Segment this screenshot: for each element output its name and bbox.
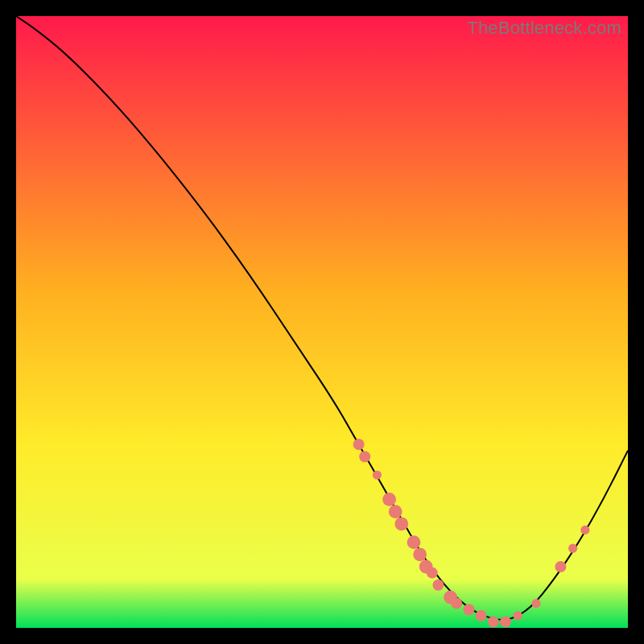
curve-marker <box>568 544 577 553</box>
curve-marker <box>488 616 499 627</box>
bottleneck-chart <box>16 16 628 628</box>
curve-marker <box>382 493 396 506</box>
curve-marker <box>407 535 421 549</box>
curve-marker <box>476 610 487 621</box>
curve-marker <box>389 505 402 518</box>
gradient-background <box>16 16 628 628</box>
curve-marker <box>359 451 370 462</box>
watermark-text: TheBottleneck.com <box>467 18 621 39</box>
curve-marker <box>580 526 589 535</box>
curve-marker <box>555 561 566 572</box>
curve-marker <box>353 439 365 450</box>
curve-marker <box>514 611 522 620</box>
curve-marker <box>463 604 474 615</box>
curve-marker <box>413 547 427 561</box>
curve-marker <box>432 580 444 591</box>
curve-marker <box>451 598 462 609</box>
curve-marker <box>373 470 382 479</box>
chart-frame: TheBottleneck.com <box>16 16 628 628</box>
curve-marker <box>394 517 408 530</box>
curve-marker <box>531 599 540 608</box>
curve-marker <box>427 568 438 579</box>
curve-marker <box>500 616 511 627</box>
